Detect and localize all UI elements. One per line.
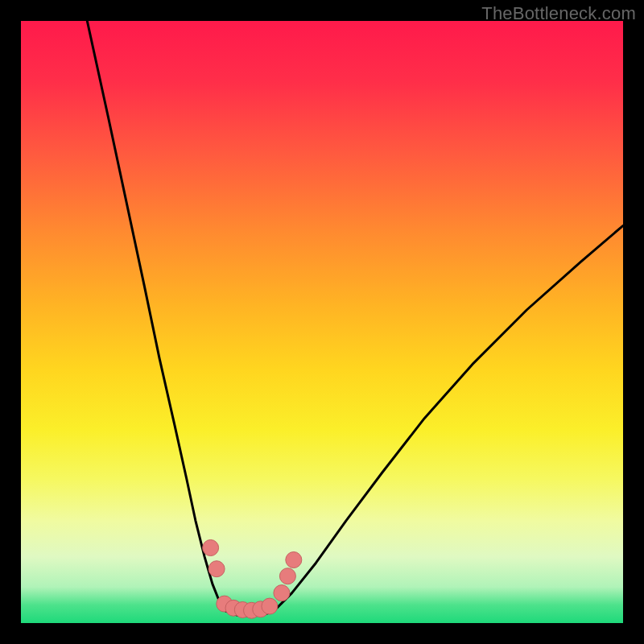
marker-point bbox=[262, 598, 278, 614]
marker-point bbox=[203, 540, 219, 556]
outer-frame: TheBottleneck.com bbox=[0, 0, 644, 644]
marker-point bbox=[279, 568, 295, 584]
chart-svg bbox=[21, 21, 623, 623]
marker-point bbox=[274, 585, 290, 601]
curve-path bbox=[87, 21, 623, 616]
marker-point bbox=[286, 552, 302, 568]
watermark-text: TheBottleneck.com bbox=[481, 3, 636, 24]
marker-point bbox=[208, 561, 225, 577]
bottleneck-curve bbox=[87, 21, 623, 616]
plot-area bbox=[21, 21, 623, 623]
marker-group bbox=[203, 540, 302, 619]
